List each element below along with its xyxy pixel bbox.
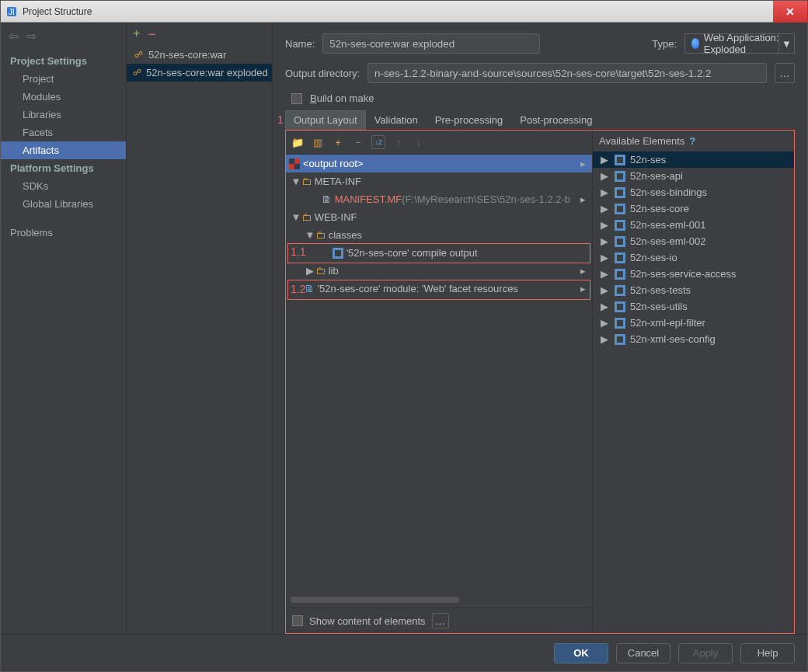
available-item[interactable]: ▶52n-xml-ses-config [593,331,794,347]
available-item[interactable]: ▶52n-ses-io [593,249,794,266]
remove-artifact-icon[interactable]: − [148,27,156,41]
expand-icon: ▸ [580,283,589,294]
available-item[interactable]: ▶52n-ses-service-access [593,266,794,282]
svg-rect-14 [617,206,623,212]
sidebar-item-facets[interactable]: Facets [1,124,126,141]
apply-button[interactable]: Apply [678,643,733,663]
help-icon[interactable]: ? [689,135,695,147]
root-icon [289,158,300,169]
move-down-icon[interactable]: ↓ [412,135,426,149]
h-scrollbar[interactable] [291,597,459,603]
ok-button[interactable]: OK [554,643,608,663]
available-item[interactable]: ▶52n-ses-eml-002 [593,233,794,249]
output-layout-tree[interactable]: <output root> ▸ ▼ 🗀 META-INF 🗎 MANIFEST. [286,155,592,608]
svg-rect-26 [617,304,623,310]
collapse-icon[interactable]: ▼ [305,229,315,241]
show-content-label: Show content of elements [309,615,426,627]
remove-icon[interactable]: − [351,135,365,149]
available-item[interactable]: ▶52n-ses-eml-001 [593,217,794,233]
folder-icon: 🗀 [315,265,326,277]
expand-icon: ▸ [580,265,589,277]
move-up-icon[interactable]: ↑ [392,135,406,149]
svg-rect-28 [617,320,623,326]
tab-output-layout[interactable]: Output Layout [285,110,366,130]
chevron-down-icon: ▼ [778,34,794,53]
name-input[interactable] [322,33,540,54]
expand-icon: ▸ [580,193,589,205]
add-artifact-icon[interactable]: + [133,27,140,41]
new-archive-icon[interactable]: ▥ [311,135,325,149]
tab-validation[interactable]: Validation [366,110,427,130]
main-panel: Name: Type: Web Application: Exploded ▼ … [273,23,807,634]
build-on-make-label: Build on make [310,92,374,104]
output-dir-input[interactable] [367,63,767,83]
globe-icon [691,38,699,49]
svg-rect-4 [294,164,300,169]
module-icon [333,248,343,259]
svg-rect-16 [617,222,623,228]
artifact-list-column: + − ☍ 52n-ses-core:war ☍ 52n-ses-core:wa… [127,23,273,634]
available-item[interactable]: ▶52n-xml-epl-filter [593,315,794,331]
available-item[interactable]: ▶52n-ses-bindings [593,184,794,200]
sidebar-item-project[interactable]: Project [1,70,126,88]
folder-icon: 🗀 [301,176,312,187]
sidebar-category-project: Project Settings [1,52,126,70]
svg-rect-10 [617,173,623,179]
tab-pre-processing[interactable]: Pre-processing [427,110,511,130]
folder-icon: 🗀 [301,211,312,223]
add-copy-icon[interactable]: + [331,135,345,149]
sidebar-item-global-libraries[interactable]: Global Libraries [1,195,126,213]
window-title: Project Structure [23,6,92,17]
artifact-item[interactable]: ☍ 52n-ses-core:war [127,46,272,64]
back-icon[interactable]: ⇦ [9,30,19,43]
help-button[interactable]: Help [740,643,795,663]
artifact-icon: ☍ [133,50,144,61]
available-item[interactable]: ▶52n-ses-api [593,168,794,184]
available-item[interactable]: ▶52n-ses [593,151,794,168]
new-folder-icon[interactable]: 📁 [291,135,305,149]
cancel-button[interactable]: Cancel [616,643,670,663]
svg-rect-8 [617,157,623,163]
collapse-icon[interactable]: ▼ [291,176,301,187]
type-combo[interactable]: Web Application: Exploded ▼ [684,33,795,54]
svg-rect-18 [617,239,623,245]
app-icon: JI [5,5,18,18]
show-content-browse[interactable]: … [432,613,449,628]
available-item[interactable]: ▶52n-ses-core [593,200,794,217]
output-dir-label: Output directory: [285,68,360,79]
facet-icon: 🗎 [305,283,315,294]
sidebar-item-artifacts[interactable]: Artifacts [1,141,126,159]
sidebar-item-problems[interactable]: Problems [1,224,126,242]
forward-icon[interactable]: ⇨ [26,30,37,43]
svg-rect-12 [617,190,623,196]
available-item[interactable]: ▶52n-ses-tests [593,282,794,298]
expand-icon[interactable]: ▶ [305,265,315,277]
artifact-item[interactable]: ☍ 52n-ses-core:war exploded [127,64,272,82]
close-button[interactable]: ✕ [773,1,807,23]
sort-icon[interactable]: ↓2 [371,135,385,149]
sidebar-item-libraries[interactable]: Libraries [1,106,126,124]
build-on-make-checkbox[interactable] [291,93,302,104]
tab-post-processing[interactable]: Post-processing [511,110,601,130]
file-icon: 🗎 [322,193,332,205]
svg-rect-22 [617,271,623,277]
svg-text:JI: JI [9,8,15,16]
settings-sidebar: ⇦ ⇨ Project Settings Project Modules Lib… [1,23,127,634]
svg-rect-3 [289,158,294,164]
show-content-checkbox[interactable] [292,615,303,626]
annotation-1: 1 [277,113,284,126]
svg-rect-24 [617,287,623,294]
available-item[interactable]: ▶52n-ses-utils [593,298,794,315]
available-elements-list[interactable]: ▶52n-ses ▶52n-ses-api ▶52n-ses-bindings … [593,151,794,633]
title-bar: JI Project Structure ✕ [1,1,807,23]
tab-row: 1 Output Layout Validation Pre-processin… [285,110,795,130]
sidebar-category-platform: Platform Settings [1,159,126,177]
sidebar-item-sdks[interactable]: SDKs [1,177,126,195]
folder-icon: 🗀 [315,229,326,241]
browse-button[interactable]: … [775,63,795,83]
name-label: Name: [285,38,315,50]
dialog-footer: OK Cancel Apply Help [1,634,807,671]
collapse-icon[interactable]: ▼ [291,211,301,223]
expand-icon: ▸ [580,158,589,169]
sidebar-item-modules[interactable]: Modules [1,88,126,106]
